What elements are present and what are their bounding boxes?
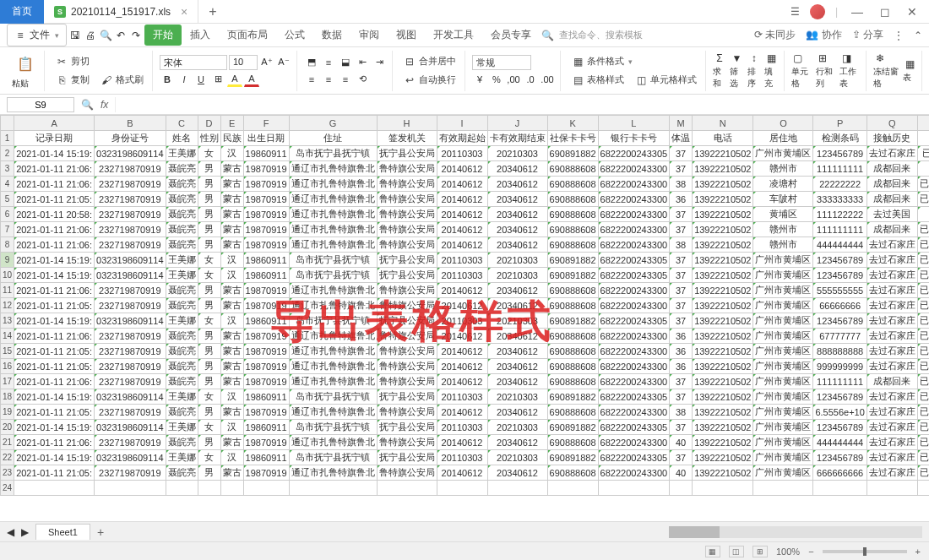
number-format-select[interactable]: 常规 [472, 55, 531, 70]
cell[interactable]: 聂皖亮 [166, 465, 198, 481]
cell[interactable]: 20140612 [437, 161, 487, 177]
cell[interactable]: 2021-01-11 21:05: [14, 298, 95, 313]
cell[interactable] [598, 481, 670, 496]
row-header[interactable]: 10 [1, 268, 14, 283]
cell[interactable]: 已隔离3区 [917, 465, 929, 481]
cell[interactable]: 蒙古 [220, 222, 243, 237]
cell[interactable]: 2021-01-11 21:06: [14, 222, 95, 237]
freeze-button[interactable]: ❄冻结窗格 [873, 52, 899, 90]
cell[interactable]: 690888608 [547, 329, 598, 344]
cell[interactable]: 20140612 [437, 237, 487, 253]
cell[interactable] [547, 481, 598, 496]
cell[interactable]: 广州市黄埔区 [753, 435, 813, 450]
cell[interactable]: 37 [670, 374, 693, 389]
cell[interactable]: 6822200243300 [598, 283, 670, 298]
menu-item-5[interactable]: 审阅 [350, 24, 388, 46]
cell[interactable]: 已隔离6区 [917, 420, 929, 435]
percent-icon[interactable]: % [489, 72, 504, 87]
cell[interactable]: 广州市黄埔区 [753, 146, 813, 161]
cell[interactable]: 王美娜 [166, 420, 198, 435]
cell[interactable]: 123456789 [813, 313, 867, 329]
cell[interactable]: 20340612 [487, 237, 547, 253]
align-mid-icon[interactable]: ≡ [321, 55, 336, 70]
cell[interactable]: 蒙古 [220, 374, 243, 389]
grow-font-icon[interactable]: A⁺ [259, 55, 274, 70]
cell[interactable]: 鲁特旗公安局 [377, 222, 437, 237]
cell[interactable]: 2021-01-11 21:06: [14, 283, 95, 298]
cell[interactable]: 鲁特旗公安局 [377, 207, 437, 222]
fill-color-button[interactable]: A [227, 72, 242, 87]
wrap-button[interactable]: ↩自动换行 [399, 72, 459, 89]
cell[interactable] [14, 481, 95, 496]
cell[interactable]: 232719870919 [95, 465, 166, 481]
cell[interactable]: 13922210502 [693, 313, 753, 329]
row-col-button[interactable]: ⊞行和列 [816, 52, 837, 90]
row-header[interactable]: 18 [1, 389, 14, 405]
cell[interactable]: 232719870919 [95, 192, 166, 207]
cell[interactable]: 鲁特旗公安局 [377, 344, 437, 359]
header-cell[interactable]: 银行卡卡号 [598, 131, 670, 146]
cell[interactable]: 690888608 [547, 283, 598, 298]
cell[interactable]: 鲁特旗公安局 [377, 192, 437, 207]
cell[interactable]: 2021-01-11 21:05: [14, 405, 95, 420]
cell[interactable] [289, 481, 377, 496]
cell[interactable] [198, 481, 220, 496]
cell[interactable]: 20340612 [487, 192, 547, 207]
cell[interactable]: 20140612 [437, 298, 487, 313]
cell[interactable]: 鲁特旗公安局 [377, 237, 437, 253]
header-cell[interactable]: 性别 [198, 131, 220, 146]
cell[interactable]: 2021-01-11 21:06: [14, 435, 95, 450]
cell[interactable]: 6822200243305 [598, 389, 670, 405]
zoom-out-icon[interactable]: − [808, 546, 813, 557]
cell[interactable] [813, 481, 867, 496]
header-cell[interactable]: 身份证号 [95, 131, 166, 146]
cell[interactable]: 已隔离8区 [917, 237, 929, 253]
col-header[interactable]: F [243, 116, 289, 131]
row-header[interactable]: 22 [1, 450, 14, 465]
cell[interactable]: 690888608 [547, 465, 598, 481]
align-bot-icon[interactable]: ⬓ [338, 55, 353, 70]
indent-dec-icon[interactable]: ⇤ [355, 55, 370, 70]
cell[interactable]: 6822200243300 [598, 329, 670, 344]
align-right-icon[interactable]: ≡ [338, 72, 353, 87]
header-cell[interactable]: 出生日期 [243, 131, 289, 146]
col-header[interactable]: E [220, 116, 243, 131]
cell[interactable]: 鲁特旗公安局 [377, 435, 437, 450]
cell[interactable]: 通辽市扎鲁特旗鲁北 [289, 222, 377, 237]
cell[interactable]: 20210303 [487, 450, 547, 465]
cell[interactable]: 抚宁县公安局 [377, 313, 437, 329]
new-tab-button[interactable]: + [198, 4, 226, 19]
header-cell[interactable]: 检测条码 [813, 131, 867, 146]
cell[interactable]: 19870919 [243, 161, 289, 177]
cell[interactable]: 男 [198, 435, 220, 450]
menu-item-8[interactable]: 会员专享 [482, 24, 540, 46]
cell[interactable]: 广州市黄埔区 [753, 420, 813, 435]
view-page-icon[interactable]: ◫ [729, 546, 744, 557]
header-cell[interactable]: 有效期起始 [437, 131, 487, 146]
col-header[interactable]: N [693, 116, 753, 131]
col-header[interactable]: L [598, 116, 670, 131]
cell[interactable]: 通辽市扎鲁特旗鲁北 [289, 298, 377, 313]
cell[interactable]: 13922210502 [693, 344, 753, 359]
cell[interactable]: 690888608 [547, 435, 598, 450]
cell[interactable]: 20340612 [487, 283, 547, 298]
cell[interactable]: 去过石家庄 [867, 268, 917, 283]
zoom-slider[interactable] [823, 550, 907, 553]
cell[interactable]: 女 [198, 253, 220, 268]
cell[interactable]: 通辽市扎鲁特旗鲁北 [289, 405, 377, 420]
cell[interactable]: 2021-01-11 21:06: [14, 237, 95, 253]
cell[interactable]: 聂皖亮 [166, 298, 198, 313]
cell[interactable]: 19870919 [243, 405, 289, 420]
cell[interactable]: 2021-01-14 15:19: [14, 268, 95, 283]
cell[interactable]: 232719870919 [95, 177, 166, 192]
cell[interactable]: 38 [670, 177, 693, 192]
cell[interactable]: 聂皖亮 [166, 405, 198, 420]
cell[interactable]: 汉 [220, 146, 243, 161]
cell[interactable]: 20210303 [487, 313, 547, 329]
h-scrollbar[interactable] [669, 526, 922, 538]
cell[interactable]: 123456789 [813, 268, 867, 283]
cell[interactable]: 广州市黄埔区 [753, 298, 813, 313]
cell[interactable]: 13922210502 [693, 450, 753, 465]
cell[interactable]: 成都回来 [867, 177, 917, 192]
cell[interactable]: 女 [198, 268, 220, 283]
